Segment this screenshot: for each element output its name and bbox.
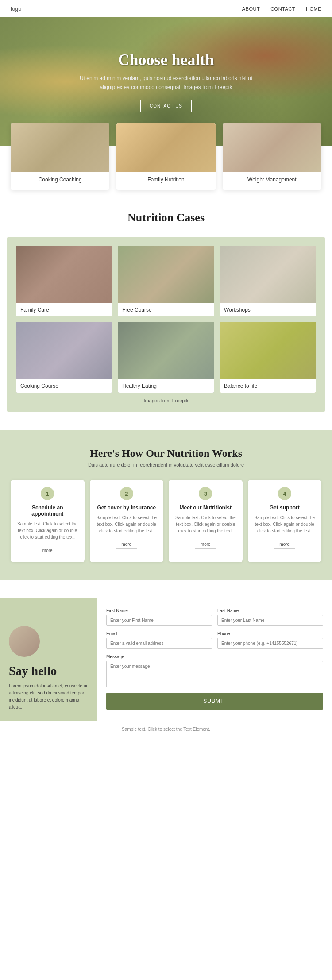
nutrition-title: Nutrition Cases [7, 211, 325, 224]
logo: logo [11, 5, 22, 12]
email-input[interactable] [106, 638, 212, 649]
service-card-cooking-coaching: Cooking Coaching [11, 123, 109, 190]
submit-button[interactable]: SUBMIT [106, 693, 323, 710]
freepik-link[interactable]: Freepik [172, 398, 189, 403]
step-title-2: Get cover by insurance [95, 505, 158, 511]
case-label-3: Workshops [220, 303, 316, 316]
service-card-label-2: Family Nutrition [116, 177, 215, 183]
step-more-button-3[interactable]: more [195, 540, 216, 549]
form-row-contact: Email Phone [106, 631, 323, 649]
step-more-button-2[interactable]: more [116, 540, 137, 549]
phone-group: Phone [217, 631, 323, 649]
service-card-label-3: Weight Management [223, 177, 321, 183]
contact-greeting: Say hello [9, 664, 57, 678]
hero-description: Ut enim ad minim veniam, quis nostrud ex… [73, 74, 259, 91]
first-name-label: First Name [106, 608, 212, 613]
step-text-4: Sample text. Click to select the text bo… [253, 514, 317, 534]
contact-section: Say hello Lorem ipsum dolor sit amet, co… [0, 598, 332, 721]
how-step-4: 4 Get support Sample text. Click to sele… [248, 480, 322, 562]
how-step-1: 1 Schedule an appointment Sample text. C… [11, 480, 85, 562]
case-card-balance-to-life[interactable]: Balance to life [220, 322, 316, 393]
case-label-4: Cooking Course [16, 379, 112, 393]
hero-content: Choose health Ut enim ad minim veniam, q… [73, 50, 259, 112]
email-label: Email [106, 631, 212, 636]
service-card-image-3 [223, 123, 321, 172]
case-card-free-course[interactable]: Free Course [118, 246, 214, 316]
case-label-6: Balance to life [220, 379, 316, 393]
service-card-weight-management: Weight Management [223, 123, 321, 190]
case-card-cooking-course[interactable]: Cooking Course [16, 322, 112, 393]
form-row-name: First Name Last Name [106, 608, 323, 626]
message-label: Message [106, 654, 323, 659]
how-steps: 1 Schedule an appointment Sample text. C… [11, 480, 321, 562]
service-card-image-2 [116, 123, 215, 172]
hero-cta-button[interactable]: CONTACT US [140, 100, 192, 112]
last-name-group: Last Name [217, 608, 323, 626]
first-name-group: First Name [106, 608, 212, 626]
step-num-3: 3 [199, 487, 212, 500]
contact-description: Lorem ipsum dolor sit amet, consectetur … [9, 683, 89, 711]
service-cards: Cooking Coaching Family Nutrition Weight… [0, 123, 332, 190]
phone-label: Phone [217, 631, 323, 636]
nav-contact[interactable]: CONTACT [270, 6, 295, 12]
first-name-input[interactable] [106, 615, 212, 626]
contact-left-panel: Say hello Lorem ipsum dolor sit amet, co… [0, 598, 97, 721]
case-card-workshops[interactable]: Workshops [220, 246, 316, 316]
step-num-1: 1 [41, 487, 54, 500]
cases-row-2: Cooking Course Healthy Eating Balance to… [16, 322, 316, 393]
step-num-2: 2 [120, 487, 133, 500]
navigation: logo ABOUT CONTACT HOME [0, 0, 332, 17]
how-step-3: 3 Meet our Nutritionist Sample text. Cli… [169, 480, 243, 562]
contact-form-panel: First Name Last Name Email Phone Message… [97, 598, 332, 721]
how-section: Here's How Our Nutrition Works Duis aute… [0, 430, 332, 580]
email-group: Email [106, 631, 212, 649]
step-text-3: Sample text. Click to select the text bo… [174, 514, 237, 534]
service-card-image-1 [11, 123, 109, 172]
nav-about[interactable]: ABOUT [242, 6, 260, 12]
cases-row-1: Family Care Free Course Workshops [16, 246, 316, 316]
step-more-button-4[interactable]: more [274, 540, 295, 549]
how-title: Here's How Our Nutrition Works [11, 448, 321, 459]
footer-note: Sample text. Click to select the Text El… [0, 721, 332, 737]
step-num-4: 4 [278, 487, 291, 500]
nav-home[interactable]: HOME [306, 6, 321, 12]
freepik-attribution: Images from Freepik [16, 398, 316, 403]
message-input[interactable] [106, 661, 323, 687]
last-name-input[interactable] [217, 615, 323, 626]
step-more-button-1[interactable]: more [37, 546, 58, 555]
case-card-healthy-eating[interactable]: Healthy Eating [118, 322, 214, 393]
how-subtitle: Duis aute irure dolor in reprehenderit i… [11, 462, 321, 467]
case-card-family-care[interactable]: Family Care [16, 246, 112, 316]
case-label-1: Family Care [16, 303, 112, 316]
case-label-5: Healthy Eating [118, 379, 214, 393]
last-name-label: Last Name [217, 608, 323, 613]
nutrition-section: Nutrition Cases Family Care Free Course … [0, 211, 332, 412]
phone-input[interactable] [217, 638, 323, 649]
contact-avatar [9, 626, 40, 657]
nav-links: ABOUT CONTACT HOME [242, 6, 321, 12]
step-title-4: Get support [253, 505, 317, 511]
service-card-label-1: Cooking Coaching [11, 177, 109, 183]
step-text-1: Sample text. Click to select the text bo… [16, 521, 79, 540]
how-step-2: 2 Get cover by insurance Sample text. Cl… [90, 480, 164, 562]
step-title-3: Meet our Nutritionist [174, 505, 237, 511]
cases-grid: Family Care Free Course Workshops Cookin… [7, 237, 325, 412]
step-text-2: Sample text. Click to select the text bo… [95, 514, 158, 534]
message-group: Message [106, 654, 323, 689]
hero-title: Choose health [73, 50, 259, 69]
step-title-1: Schedule an appointment [16, 505, 79, 517]
case-label-2: Free Course [118, 303, 214, 316]
service-card-family-nutrition: Family Nutrition [116, 123, 215, 190]
